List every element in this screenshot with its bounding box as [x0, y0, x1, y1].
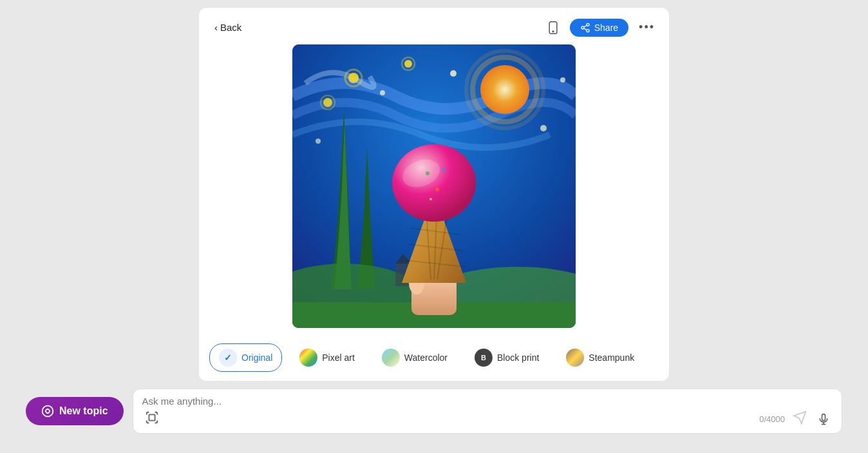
svg-point-2: [587, 23, 589, 26]
back-button[interactable]: ‹ Back: [209, 19, 247, 35]
svg-rect-46: [822, 414, 826, 420]
svg-point-1: [552, 31, 554, 32]
more-options-button[interactable]: •••: [635, 18, 659, 37]
new-topic-label: New topic: [59, 405, 108, 417]
svg-point-15: [323, 98, 332, 107]
microphone-button[interactable]: [815, 412, 833, 427]
ice-cream-illustration: [292, 44, 576, 328]
camera-scan-icon: [145, 410, 159, 425]
microphone-icon: [817, 413, 830, 426]
svg-point-4: [587, 29, 589, 32]
send-icon: [793, 410, 807, 425]
svg-point-8: [480, 65, 529, 114]
block-print-label: Block print: [497, 352, 539, 363]
svg-line-5: [583, 28, 587, 30]
original-label: Original: [241, 352, 272, 363]
style-option-steampunk[interactable]: Steampunk: [556, 343, 644, 372]
svg-marker-45: [794, 412, 806, 423]
input-right-controls: 0/4000: [759, 409, 833, 429]
char-count: 0/4000: [759, 414, 785, 424]
svg-point-13: [404, 60, 412, 68]
steampunk-label: Steampunk: [589, 352, 634, 363]
svg-point-43: [42, 406, 53, 417]
top-bar: ‹ Back Share •••: [209, 18, 659, 37]
svg-point-20: [316, 139, 321, 144]
svg-point-19: [540, 125, 547, 131]
svg-point-18: [380, 90, 385, 95]
share-label: Share: [594, 23, 618, 33]
app-container: ‹ Back Share •••: [0, 0, 868, 453]
svg-point-11: [348, 73, 359, 83]
image-area: [209, 44, 659, 328]
input-area: 0/4000: [133, 389, 842, 434]
style-option-block-print[interactable]: B Block print: [465, 343, 549, 372]
pixel-art-label: Pixel art: [322, 352, 355, 363]
svg-line-6: [583, 25, 587, 27]
style-option-cla[interactable]: Cla: [652, 343, 659, 372]
svg-point-21: [560, 77, 565, 82]
more-icon: •••: [639, 21, 655, 34]
watercolor-label: Watercolor: [404, 352, 448, 363]
style-option-original[interactable]: ✓ Original: [209, 343, 282, 372]
share-icon: [580, 23, 590, 33]
new-topic-icon: [41, 405, 54, 418]
style-bar: ✓ Original Pixel art Watercolor B Block …: [209, 337, 659, 381]
svg-point-3: [581, 26, 584, 29]
send-button[interactable]: [790, 409, 809, 429]
svg-point-40: [442, 169, 446, 172]
svg-point-41: [435, 188, 439, 191]
new-topic-button[interactable]: New topic: [26, 397, 124, 425]
svg-point-37: [392, 144, 476, 222]
top-actions: Share •••: [543, 18, 659, 37]
input-bottom-bar: 0/4000: [142, 409, 833, 429]
svg-point-17: [450, 70, 457, 77]
message-input[interactable]: [142, 396, 833, 407]
blockprint-icon-inner: B: [481, 354, 486, 361]
blockprint-icon: B: [475, 349, 493, 367]
content-panel: ‹ Back Share •••: [199, 8, 669, 381]
phone-icon-button[interactable]: [543, 19, 563, 37]
style-option-watercolor[interactable]: Watercolor: [372, 343, 457, 372]
watercolor-icon: [382, 349, 400, 367]
steampunk-icon: [566, 349, 584, 367]
svg-point-39: [426, 171, 429, 175]
back-chevron-icon: ‹: [214, 22, 218, 33]
phone-icon: [547, 21, 560, 34]
back-label: Back: [220, 22, 241, 33]
original-icon: ✓: [219, 349, 237, 367]
bottom-section: New topic 0/4000: [0, 381, 868, 441]
attach-image-button[interactable]: [142, 409, 162, 429]
share-button[interactable]: Share: [570, 19, 628, 37]
style-option-pixel-art[interactable]: Pixel art: [290, 343, 364, 372]
svg-point-42: [429, 198, 432, 200]
svg-rect-44: [149, 414, 155, 420]
generated-image: [292, 44, 576, 328]
check-mark: ✓: [224, 352, 232, 363]
pixel-art-icon: [299, 349, 317, 367]
